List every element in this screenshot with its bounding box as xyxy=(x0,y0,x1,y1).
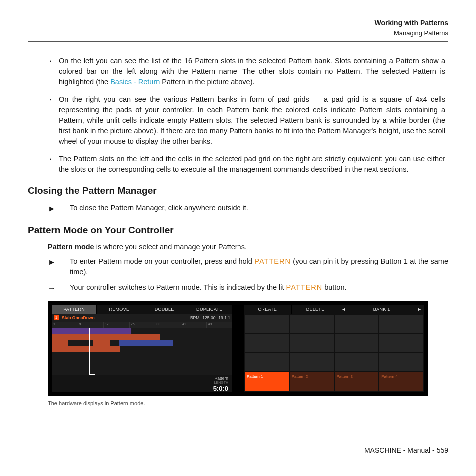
body-text: Pattern in the picture above). xyxy=(160,78,254,86)
pad-cell-pattern2[interactable]: Pattern 2 xyxy=(290,372,334,391)
hardware-display-figure: PATTERN REMOVE DOUBLE DUPLICATE 1 Stab O… xyxy=(48,301,428,396)
keyword-pattern: PATTERN xyxy=(286,283,323,291)
instruction-step: ► To enter Pattern mode on your controll… xyxy=(48,256,448,277)
play-marker-icon: ► xyxy=(48,203,70,214)
tab-double[interactable]: DOUBLE xyxy=(142,305,187,314)
ruler-tick: 25 xyxy=(129,322,155,328)
ruler-tick: 49 xyxy=(206,322,232,328)
pad-label: Pattern 1 xyxy=(247,374,263,380)
tab-delete[interactable]: DELETE xyxy=(292,305,340,314)
pad-cell[interactable] xyxy=(379,334,423,352)
pad-grid: Pattern 1 Pattern 2 Pattern 3 Pattern 4 xyxy=(244,314,424,392)
pad-cell-pattern1[interactable]: Pattern 1 xyxy=(245,372,289,391)
tab-duplicate[interactable]: DUPLICATE xyxy=(187,305,232,314)
right-tab-row: CREATE DELETE ◄ BANK 1 ► xyxy=(244,305,424,314)
bullet-item: On the right you can see the various Pat… xyxy=(59,94,445,147)
pattern-link[interactable]: Basics - Return xyxy=(110,78,160,86)
ruler-tick: 1 xyxy=(52,322,78,328)
bullet-list: On the left you can see the list of the … xyxy=(59,56,445,175)
pad-label: Pattern 3 xyxy=(337,374,353,380)
result-text: Your controller switches to Pattern mode… xyxy=(70,282,448,294)
pad-cell[interactable] xyxy=(335,334,379,352)
bank-next-icon[interactable]: ► xyxy=(415,305,424,314)
arrow-right-icon: → xyxy=(48,282,70,294)
bottom-info: Pattern LENGTH 5:0:0 xyxy=(52,375,232,392)
body-text: Your controller switches to Pattern mode… xyxy=(70,283,286,291)
playhead-indicator xyxy=(89,328,95,375)
tab-create[interactable]: CREATE xyxy=(244,305,292,314)
bullet-item: The Pattern slots on the left and the ce… xyxy=(59,154,445,175)
instruction-text: To enter Pattern mode on your controller… xyxy=(70,256,448,277)
track-area xyxy=(52,328,232,375)
body-text: button. xyxy=(322,283,346,291)
pad-cell[interactable] xyxy=(245,334,289,352)
pad-cell-pattern3[interactable]: Pattern 3 xyxy=(335,372,379,391)
pad-cell[interactable] xyxy=(290,353,334,372)
section-heading-closing: Closing the Pattern Manager xyxy=(28,184,448,198)
keyword-pattern: PATTERN xyxy=(254,257,291,265)
pad-cell[interactable] xyxy=(379,315,423,333)
pattern-number-badge: 1 xyxy=(54,315,59,320)
ruler-tick: 9 xyxy=(78,322,104,328)
pad-cell[interactable] xyxy=(379,353,423,372)
header-subtitle: Managing Patterns xyxy=(28,29,448,38)
paragraph: Pattern mode is where you select and man… xyxy=(48,242,448,252)
pad-cell[interactable] xyxy=(290,315,334,333)
pattern-info-row: 1 Stab OnnaDown BPM 125.00 19:1:1 xyxy=(52,314,232,322)
pad-label: Pattern 4 xyxy=(381,374,397,380)
play-marker-icon: ► xyxy=(48,256,70,277)
instruction-step: ► To close the Pattern Manager, click an… xyxy=(48,203,448,214)
body-text: is where you select and manage your Patt… xyxy=(94,243,247,251)
time-value: 19:1:1 xyxy=(218,315,230,321)
pad-cell[interactable] xyxy=(335,315,379,333)
instruction-text: To close the Pattern Manager, click anyw… xyxy=(70,203,448,214)
pad-cell[interactable] xyxy=(245,315,289,333)
bpm-value: 125.00 xyxy=(202,315,215,321)
figure-caption: The hardware displays in Pattern mode. xyxy=(48,400,428,408)
length-value: 5:0:0 xyxy=(56,385,228,393)
pad-cell[interactable] xyxy=(290,334,334,352)
pad-cell[interactable] xyxy=(335,353,379,372)
timeline-ruler: 1 9 17 25 33 41 49 xyxy=(52,322,232,328)
length-label: LENGTH xyxy=(56,381,228,385)
tab-bank[interactable]: BANK 1 xyxy=(348,305,415,314)
bullet-item: On the left you can see the list of the … xyxy=(59,56,445,87)
pad-label: Pattern 2 xyxy=(292,374,308,380)
pattern-label: Pattern xyxy=(56,376,228,381)
left-display: PATTERN REMOVE DOUBLE DUPLICATE 1 Stab O… xyxy=(52,305,232,392)
body-text: To enter Pattern mode on your controller… xyxy=(70,257,254,265)
result-step: → Your controller switches to Pattern mo… xyxy=(48,282,448,294)
bold-text: Pattern mode xyxy=(48,243,94,251)
pad-cell[interactable] xyxy=(245,353,289,372)
right-display: CREATE DELETE ◄ BANK 1 ► Pattern 1 Patte… xyxy=(244,305,424,392)
bank-prev-icon[interactable]: ◄ xyxy=(339,305,348,314)
page-footer: MASCHINE - Manual - 559 xyxy=(28,440,448,455)
pattern-name: Stab OnnaDown xyxy=(62,315,95,321)
left-tab-row: PATTERN REMOVE DOUBLE DUPLICATE xyxy=(52,305,232,314)
page-header: Working with Patterns Managing Patterns xyxy=(28,18,448,42)
ruler-tick: 41 xyxy=(181,322,207,328)
section-heading-mode: Pattern Mode on Your Controller xyxy=(28,223,448,237)
tab-pattern[interactable]: PATTERN xyxy=(52,305,97,314)
ruler-tick: 33 xyxy=(155,322,181,328)
pad-cell-pattern4[interactable]: Pattern 4 xyxy=(379,372,423,391)
tab-remove[interactable]: REMOVE xyxy=(97,305,142,314)
header-title: Working with Patterns xyxy=(28,18,448,28)
ruler-tick: 17 xyxy=(103,322,129,328)
bpm-label: BPM xyxy=(190,315,199,321)
